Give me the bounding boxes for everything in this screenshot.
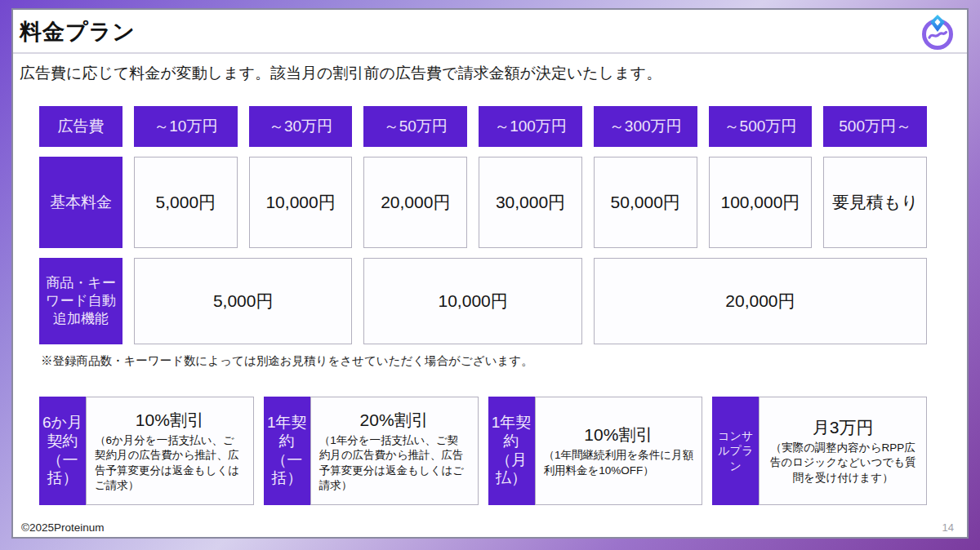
slide: 料金プラン 広告費に応じて料金が変動します。該当月の割引前の広告費で請求金額が決… xyxy=(11,8,969,539)
plan-headline: 10%割引 xyxy=(544,424,694,446)
copyright: ©2025Proteinum xyxy=(21,521,105,534)
price-cell-merged: 10,000円 xyxy=(363,258,581,344)
plan-1year-lump: 1年契約（一括） 20%割引 （1年分を一括支払い、ご契約月の広告費から推計、広… xyxy=(264,397,479,505)
plan-label: コンサルプラン xyxy=(712,397,759,505)
plan-headline: 20%割引 xyxy=(319,409,470,432)
price-cell-merged: 20,000円 xyxy=(594,258,927,344)
plan-label: 1年契約（一括） xyxy=(264,397,310,505)
plan-headline: 月3万円 xyxy=(768,416,918,439)
table-corner-header: 広告費 xyxy=(39,106,122,147)
plan-body: 20%割引 （1年分を一括支払い、ご契約月の広告費から推計、広告予算変更分は返金… xyxy=(310,397,479,505)
pricing-table: 広告費 ～10万円 ～30万円 ～50万円 ～100万円 ～300万円 ～500… xyxy=(39,106,927,344)
plan-label: 1年契約（月払） xyxy=(488,397,535,505)
plan-body: 10%割引 （6か月分を一括支払い、ご契約月の広告費から推計、広告予算変更分は返… xyxy=(86,397,254,505)
plan-headline: 10%割引 xyxy=(95,409,245,432)
price-cell: 5,000円 xyxy=(134,157,238,248)
column-header: ～50万円 xyxy=(363,106,467,147)
page-number: 14 xyxy=(942,521,954,534)
discount-plans: 6か月契約（一括） 10%割引 （6か月分を一括支払い、ご契約月の広告費から推計… xyxy=(39,397,927,505)
page-title: 料金プラン xyxy=(20,17,136,47)
slide-header: 料金プラン xyxy=(13,10,967,54)
plan-description: （1年分を一括支払い、ご契約月の広告費から推計、広告予算変更分は返金もしくはご請… xyxy=(319,433,470,493)
price-cell: 50,000円 xyxy=(594,157,697,248)
plan-description: （6か月分を一括支払い、ご契約月の広告費から推計、広告予算変更分は返金もしくはご… xyxy=(95,433,245,493)
row-label-basic-fee: 基本料金 xyxy=(39,157,122,248)
row-label-auto-add-feature: 商品・キーワード自動追加機能 xyxy=(39,258,122,344)
price-cell: 30,000円 xyxy=(479,157,582,248)
plan-1year-monthly: 1年契約（月払） 10%割引 （1年間継続利用を条件に月額利用料金を10%OFF… xyxy=(488,397,703,505)
proteinum-logo-icon xyxy=(920,13,956,51)
column-header: ～10万円 xyxy=(134,106,238,147)
column-header: ～500万円 xyxy=(709,106,813,147)
price-cell: 10,000円 xyxy=(249,157,353,248)
plan-body: 月3万円 （実際の調整内容からRPP広告のロジックなどいつでも質問を受け付けます… xyxy=(759,397,927,505)
plan-consulting: コンサルプラン 月3万円 （実際の調整内容からRPP広告のロジックなどいつでも質… xyxy=(712,397,927,505)
price-cell: 要見積もり xyxy=(823,157,927,248)
column-header: ～100万円 xyxy=(479,106,582,147)
price-cell-merged: 5,000円 xyxy=(134,258,352,344)
column-header: ～30万円 xyxy=(249,106,353,147)
column-header: 500万円～ xyxy=(823,106,927,147)
column-header: ～300万円 xyxy=(594,106,697,147)
plan-description: （実際の調整内容からRPP広告のロジックなどいつでも質問を受け付けます） xyxy=(768,441,918,486)
plan-label: 6か月契約（一括） xyxy=(39,397,86,505)
plan-description: （1年間継続利用を条件に月額利用料金を10%OFF） xyxy=(544,448,694,477)
plan-body: 10%割引 （1年間継続利用を条件に月額利用料金を10%OFF） xyxy=(535,397,703,505)
price-cell: 20,000円 xyxy=(363,157,467,248)
plan-6month-lump: 6か月契約（一括） 10%割引 （6か月分を一括支払い、ご契約月の広告費から推計… xyxy=(39,397,254,505)
table-note: ※登録商品数・キーワード数によっては別途お見積りをさせていただく場合がございます… xyxy=(41,353,967,369)
slide-subtitle: 広告費に応じて料金が変動します。該当月の割引前の広告費で請求金額が決定いたします… xyxy=(13,54,967,84)
price-cell: 100,000円 xyxy=(709,157,813,248)
